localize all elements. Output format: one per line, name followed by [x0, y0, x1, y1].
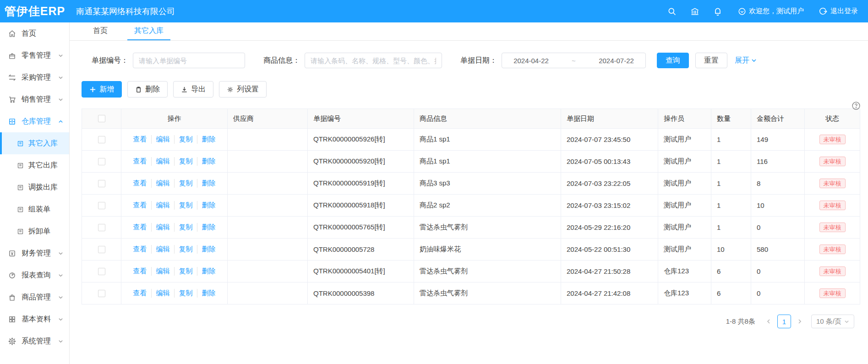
page-number-button[interactable]: 1 [777, 315, 791, 328]
delete-link[interactable]: 删除 [197, 201, 216, 210]
expand-link[interactable]: 展开 [735, 56, 757, 65]
edit-link[interactable]: 编辑 [151, 157, 170, 166]
date-range-picker[interactable]: 2024-04-22 ~ 2024-07-22 [502, 53, 646, 68]
sidebar-item-finance[interactable]: 财务管理 [0, 242, 69, 264]
row-checkbox[interactable] [98, 290, 105, 297]
sidebar-item-other-inbound[interactable]: 其它入库 [0, 132, 69, 154]
bell-icon[interactable] [713, 7, 722, 16]
cell-date: 2024-05-22 00:51:30 [561, 239, 658, 260]
delete-link[interactable]: 删除 [197, 157, 216, 166]
sidebar-item-home[interactable]: 首页 [0, 22, 69, 44]
product-info-input[interactable] [305, 53, 442, 68]
reset-button[interactable]: 重置 [695, 53, 727, 68]
header-order-no: 单据编号 [308, 109, 414, 128]
copy-link[interactable]: 复制 [174, 135, 193, 144]
doc-icon [17, 140, 24, 147]
view-link[interactable]: 查看 [133, 157, 147, 166]
sidebar-item-transfer-outbound[interactable]: 调拨出库 [0, 176, 69, 198]
delete-link[interactable]: 删除 [197, 245, 216, 254]
view-link[interactable]: 查看 [133, 179, 147, 188]
sidebar-item-warehouse[interactable]: 仓库管理 [0, 110, 69, 132]
prev-page-button[interactable] [763, 315, 775, 327]
edit-link[interactable]: 编辑 [151, 289, 170, 298]
row-actions: 查看编辑复制删除 [121, 129, 228, 150]
search-icon[interactable] [667, 7, 677, 16]
date-to[interactable]: 2024-07-22 [599, 57, 634, 65]
copy-link[interactable]: 复制 [174, 245, 193, 254]
cell-date: 2024-04-27 21:42:08 [561, 283, 658, 304]
row-checkbox[interactable] [98, 136, 105, 143]
doc-icon [17, 206, 24, 213]
copy-link[interactable]: 复制 [174, 201, 193, 210]
row-checkbox[interactable] [98, 158, 105, 165]
row-checkbox[interactable] [98, 268, 105, 275]
row-checkbox[interactable] [98, 246, 105, 253]
view-link[interactable]: 查看 [133, 223, 147, 232]
row-checkbox[interactable] [98, 224, 105, 231]
view-link[interactable]: 查看 [133, 267, 147, 276]
date-from[interactable]: 2024-04-22 [513, 57, 549, 65]
edit-link[interactable]: 编辑 [151, 267, 170, 276]
row-checkbox[interactable] [98, 180, 105, 187]
logout-button[interactable]: 退出登录 [819, 7, 858, 16]
sidebar-item-label: 零售管理 [22, 51, 51, 60]
export-button[interactable]: 导出 [173, 81, 213, 98]
copy-link[interactable]: 复制 [174, 157, 193, 166]
cell-product: 商品1 sp1 [414, 151, 561, 172]
delete-button[interactable]: 删除 [127, 81, 168, 98]
edit-link[interactable]: 编辑 [151, 245, 170, 254]
copy-link[interactable]: 复制 [174, 179, 193, 188]
sidebar-item-retail[interactable]: 零售管理 [0, 44, 69, 66]
doc-icon [17, 162, 24, 169]
view-link[interactable]: 查看 [133, 245, 147, 254]
header-supplier: 供应商 [228, 109, 308, 128]
view-link[interactable]: 查看 [133, 289, 147, 298]
app-logo: 管伊佳ERP [0, 4, 70, 19]
sidebar-item-assembly[interactable]: 组装单 [0, 198, 69, 220]
sidebar-item-disassembly[interactable]: 拆卸单 [0, 220, 69, 242]
view-link[interactable]: 查看 [133, 135, 147, 144]
edit-link[interactable]: 编辑 [151, 201, 170, 210]
add-label: 新增 [99, 85, 114, 94]
delete-link[interactable]: 删除 [197, 223, 216, 232]
delete-link[interactable]: 删除 [197, 135, 216, 144]
sidebar-item-sales[interactable]: 销售管理 [0, 88, 69, 110]
column-settings-button[interactable]: 列设置 [219, 81, 267, 98]
order-no-input[interactable] [133, 53, 245, 68]
delete-link[interactable]: 删除 [197, 267, 216, 276]
copy-link[interactable]: 复制 [174, 267, 193, 276]
sidebar-item-label: 调拨出库 [28, 183, 58, 192]
copy-link[interactable]: 复制 [174, 223, 193, 232]
edit-link[interactable]: 编辑 [151, 179, 170, 188]
search-button[interactable]: 查询 [657, 53, 689, 68]
chevron-down-icon [844, 319, 849, 324]
table-row: 查看编辑复制删除 QTRK00000005920[转] 商品1 sp1 2024… [82, 151, 860, 173]
sidebar-item-other-outbound[interactable]: 其它出库 [0, 154, 69, 176]
row-checkbox[interactable] [98, 202, 105, 209]
delete-link[interactable]: 删除 [197, 289, 216, 298]
page-size-select[interactable]: 10 条/页 [811, 315, 854, 328]
help-icon[interactable] [852, 101, 861, 110]
tab-home[interactable]: 首页 [86, 22, 115, 40]
select-all-checkbox[interactable] [98, 115, 105, 122]
table-header-row: 操作 供应商 单据编号 商品信息 单据日期 操作员 数量 金额合计 状态 [82, 109, 860, 129]
welcome-user[interactable]: 欢迎您，测试用户 [738, 7, 804, 16]
sidebar-item-reports[interactable]: 报表查询 [0, 264, 69, 286]
add-button[interactable]: 新增 [82, 81, 122, 98]
goods-icon [8, 293, 16, 301]
cell-product: 雷达杀虫气雾剂 [414, 217, 561, 238]
copy-link[interactable]: 复制 [174, 289, 193, 298]
sidebar-item-goods[interactable]: 商品管理 [0, 286, 69, 308]
status-badge: 未审核 [819, 179, 846, 188]
sidebar-item-purchase[interactable]: 采购管理 [0, 66, 69, 88]
edit-link[interactable]: 编辑 [151, 135, 170, 144]
date-label: 单据日期： [460, 56, 497, 65]
edit-link[interactable]: 编辑 [151, 223, 170, 232]
delete-link[interactable]: 删除 [197, 179, 216, 188]
sidebar-item-system[interactable]: 系统管理 [0, 330, 69, 352]
view-link[interactable]: 查看 [133, 201, 147, 210]
sidebar-item-basedata[interactable]: 基本资料 [0, 308, 69, 330]
bank-icon[interactable] [690, 7, 699, 16]
next-page-button[interactable] [794, 315, 806, 327]
tab-other-inbound[interactable]: 其它入库 [127, 22, 170, 40]
